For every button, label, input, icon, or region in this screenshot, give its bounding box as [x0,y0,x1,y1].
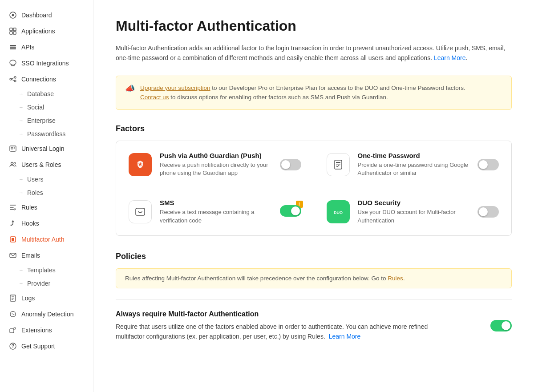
svg-point-37 [140,212,141,213]
svg-line-13 [12,80,14,81]
policy-learn-more-link[interactable]: Learn More [329,333,361,340]
contact-us-link[interactable]: Contact us [140,94,169,101]
sidebar-sub-enterprise[interactable]: → Enterprise [0,114,93,127]
sms-slider [280,205,301,217]
svg-rect-3 [13,28,16,31]
policy-rules-banner: Rules affecting Multi-factor Authenticat… [116,268,512,288]
factors-grid: ★ Push via Auth0 Guardian (Push) Receive… [116,141,512,236]
svg-rect-8 [10,48,16,50]
sidebar-label-extensions: Extensions [21,327,52,334]
sidebar-item-applications[interactable]: Applications [0,23,93,39]
sidebar-sub-label-templates: Templates [27,267,56,274]
sidebar-item-sso[interactable]: SSO Integrations [0,55,93,71]
sms-info: SMS Receive a text message containing a … [160,199,272,224]
sidebar-label-universal-login: Universal Login [21,145,65,152]
upgrade-banner: 📣 Upgrade your subscription to our Devel… [116,76,512,110]
logs-icon [9,294,17,302]
sidebar-sub-label-provider: Provider [27,280,50,287]
svg-rect-5 [13,32,16,34]
sidebar-item-anomaly-detection[interactable]: Anomaly Detection [0,306,93,322]
duo-desc: Use your DUO account for Multi-factor Au… [358,208,470,224]
sidebar-label-applications: Applications [21,28,55,35]
sidebar-sub-label-social: Social [27,104,44,111]
sidebar-item-dashboard[interactable]: Dashboard [0,7,93,23]
universal-login-icon [9,145,17,153]
apis-icon [9,43,17,51]
sidebar-item-connections[interactable]: Connections [0,71,93,87]
sidebar: Dashboard Applications APIs [0,0,93,392]
duo-name: DUO Security [358,199,470,206]
megaphone-icon: 📣 [125,84,135,93]
sso-icon [9,59,17,67]
sidebar-sub-label-database: Database [27,90,54,97]
policies-section: Policies Rules affecting Multi-factor Au… [116,252,512,342]
anomaly-icon [9,310,17,318]
users-roles-icon [9,161,17,169]
sidebar-item-universal-login[interactable]: Universal Login [0,141,93,157]
otp-toggle[interactable] [477,159,499,170]
svg-point-11 [14,80,16,82]
sidebar-item-hooks[interactable]: Hooks [0,215,93,231]
sidebar-item-users-roles[interactable]: Users & Roles [0,157,93,173]
svg-point-10 [14,77,16,78]
sidebar-label-multifactor-auth: Multifactor Auth [21,236,65,243]
sidebar-item-get-support[interactable]: Get Support [0,338,93,354]
guardian-toggle[interactable] [280,159,301,170]
factor-sms: SMS Receive a text message containing a … [116,188,314,235]
sidebar-sub-users[interactable]: → Users [0,173,93,186]
duo-toggle[interactable] [477,206,499,218]
sidebar-item-logs[interactable]: Logs [0,290,93,306]
sms-toggle-container: ! [280,205,301,218]
sidebar-label-get-support: Get Support [21,343,55,350]
arrow-icon: → [19,131,24,137]
otp-desc: Provide a one-time password using Google… [358,161,470,177]
sidebar-sub-social[interactable]: → Social [0,101,93,114]
page-description: Multi-factor Authentication adds an addi… [116,43,512,63]
arrow-icon: → [19,177,24,182]
svg-point-18 [11,162,13,165]
sidebar-label-apis: APIs [21,44,35,51]
sidebar-item-rules[interactable]: Rules [0,199,93,215]
guardian-name: Push via Auth0 Guardian (Push) [160,152,272,159]
duo-icon-wrap: DUO [327,200,350,223]
sidebar-sub-templates[interactable]: → Templates [0,263,93,277]
rules-link[interactable]: Rules [388,275,403,282]
sms-icon-wrap [129,200,152,223]
extensions-icon [9,326,17,334]
svg-rect-7 [10,47,16,48]
svg-rect-22 [12,238,14,241]
svg-rect-34 [336,164,340,165]
sidebar-item-emails[interactable]: Emails [0,247,93,263]
sidebar-item-extensions[interactable]: Extensions [0,322,93,338]
sidebar-item-multifactor-auth[interactable]: Multifactor Auth [0,231,93,247]
learn-more-link[interactable]: Learn More [434,54,466,61]
arrow-icon: → [19,118,24,123]
sidebar-sub-label-passwordless: Passwordless [27,130,65,137]
main-content: Multi-factor Authentication Multi-factor… [93,0,534,392]
otp-name: One-time Password [358,152,470,159]
always-require-left: Always require Multi-factor Authenticati… [116,310,453,342]
otp-info: One-time Password Provide a one-time pas… [358,152,470,177]
upgrade-subscription-link[interactable]: Upgrade your subscription [140,85,210,91]
always-require-row: Always require Multi-factor Authenticati… [116,310,512,342]
sidebar-item-apis[interactable]: APIs [0,39,93,55]
duo-info: DUO Security Use your DUO account for Mu… [358,199,470,224]
always-require-toggle[interactable] [490,320,512,331]
always-require-title: Always require Multi-factor Authenticati… [116,310,453,318]
svg-point-9 [10,78,12,80]
policies-title: Policies [116,252,512,261]
sms-desc: Receive a text message containing a veri… [160,208,272,224]
arrow-icon: → [19,105,24,110]
arrow-icon: → [19,91,24,97]
sms-toggle[interactable] [280,205,301,217]
factor-guardian: ★ Push via Auth0 Guardian (Push) Receive… [116,141,314,188]
svg-text:★: ★ [138,162,143,167]
sidebar-sub-passwordless[interactable]: → Passwordless [0,127,93,141]
svg-rect-6 [10,45,16,46]
guardian-info: Push via Auth0 Guardian (Push) Receive a… [160,152,272,177]
factors-row-1: ★ Push via Auth0 Guardian (Push) Receive… [116,141,511,188]
sidebar-sub-database[interactable]: → Database [0,87,93,101]
sidebar-sub-roles[interactable]: → Roles [0,186,93,199]
sidebar-sub-provider[interactable]: → Provider [0,277,93,290]
svg-text:DUO: DUO [334,210,343,215]
